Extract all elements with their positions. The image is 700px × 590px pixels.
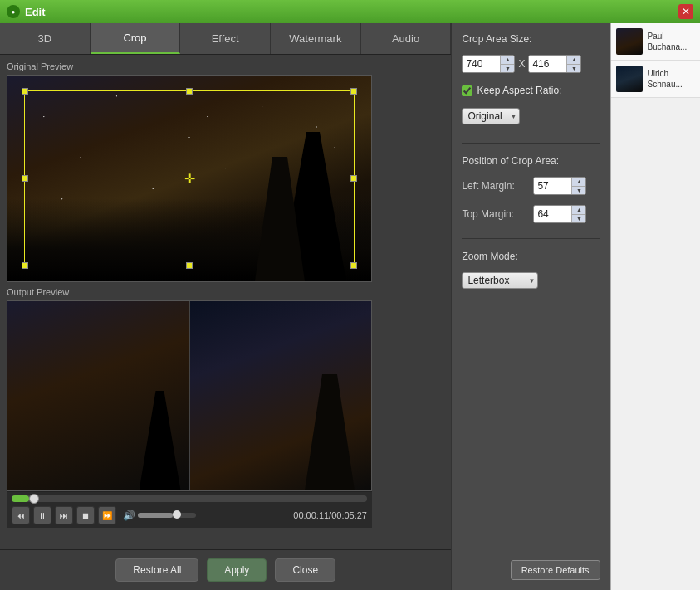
height-up-button[interactable]: ▲ <box>567 55 580 65</box>
preview-area: Original Preview ✛ <box>0 55 451 549</box>
tab-effect[interactable]: Effect <box>180 23 271 54</box>
contact-item-0[interactable]: Paul Buchana... <box>611 23 700 61</box>
width-spinbox[interactable]: ▲ ▼ <box>462 55 515 73</box>
volume-fill <box>138 513 173 518</box>
zoom-mode-label: Zoom Mode: <box>462 251 600 262</box>
progress-track[interactable] <box>12 495 367 502</box>
x-separator: X <box>518 58 525 70</box>
left-margin-input[interactable] <box>534 178 571 194</box>
restore-defaults-button[interactable]: Restore Defaults <box>511 560 600 580</box>
tab-bar: 3D Crop Effect Watermark Audio <box>0 23 451 55</box>
volume-track[interactable] <box>138 513 196 518</box>
left-margin-down-button[interactable]: ▼ <box>572 187 585 196</box>
height-input[interactable] <box>529 56 566 72</box>
divider-1 <box>462 143 600 144</box>
titlebar: ● Edit ✕ <box>0 0 700 23</box>
close-window-button[interactable]: ✕ <box>678 4 693 19</box>
left-panel: 3D Crop Effect Watermark Audio Original … <box>0 23 451 590</box>
top-margin-label: Top Margin: <box>462 208 528 220</box>
next-frame-button[interactable]: ⏩ <box>98 506 116 524</box>
tab-crop[interactable]: Crop <box>91 23 181 54</box>
crop-area-size-label: Crop Area Size: <box>462 33 600 45</box>
top-margin-row: Top Margin: ▲ ▼ <box>462 205 600 223</box>
pause-button[interactable]: ⏸ <box>33 506 51 524</box>
crop-handle-mr[interactable] <box>350 175 357 182</box>
left-margin-up-button[interactable]: ▲ <box>572 177 585 187</box>
crop-handle-bm[interactable] <box>186 262 193 269</box>
tab-3d[interactable]: 3D <box>0 23 91 54</box>
divider-2 <box>462 238 600 239</box>
left-margin-label: Left Margin: <box>462 180 528 192</box>
top-margin-spinbox[interactable]: ▲ ▼ <box>533 205 586 223</box>
stop-button[interactable]: ⏹ <box>76 506 95 524</box>
tab-watermark[interactable]: Watermark <box>271 23 361 54</box>
keep-aspect-label: Keep Aspect Ratio: <box>477 85 561 96</box>
crop-handle-tr[interactable] <box>350 88 357 95</box>
zoom-mode-dropdown-row: Letterbox Pan & Scan Full <box>462 272 600 289</box>
aspect-dropdown[interactable]: Original <box>462 108 520 124</box>
zoom-mode-dropdown[interactable]: Letterbox Pan & Scan Full <box>462 272 538 289</box>
skip-back-button[interactable]: ⏮ <box>12 506 30 524</box>
contact-item-1[interactable]: Ulrich Schnau... <box>611 61 700 98</box>
keep-aspect-row: Keep Aspect Ratio: <box>462 85 600 96</box>
output-preview <box>7 300 372 491</box>
contact-thumb-1 <box>616 66 643 92</box>
app-icon: ● <box>7 5 20 18</box>
width-down-button[interactable]: ▼ <box>501 65 514 74</box>
aspect-dropdown-wrapper: Original <box>462 108 520 124</box>
crop-handle-tl[interactable] <box>22 88 28 95</box>
crop-handle-bl[interactable] <box>22 262 28 269</box>
time-display: 00:00:11/00:05:27 <box>293 510 367 520</box>
window-title: Edit <box>25 6 678 18</box>
close-button[interactable]: Close <box>275 558 335 582</box>
crop-size-row: ▲ ▼ X ▲ ▼ <box>462 55 600 73</box>
original-preview: ✛ <box>7 75 372 282</box>
output-half-left <box>7 301 189 490</box>
output-half-right <box>189 301 372 490</box>
height-spinbox[interactable]: ▲ ▼ <box>528 55 581 73</box>
left-margin-row: Left Margin: ▲ ▼ <box>462 177 600 195</box>
crop-overlay[interactable]: ✛ <box>24 90 355 266</box>
position-label: Position of Crop Area: <box>462 155 600 167</box>
settings-panel: Crop Area Size: ▲ ▼ X ▲ ▼ Keep Aspect Ra… <box>451 23 609 590</box>
contact-thumb-0 <box>616 28 643 55</box>
bottom-buttons: Restore All Apply Close <box>0 549 451 590</box>
restore-all-button[interactable]: Restore All <box>115 558 198 582</box>
right-panel: Paul Buchana... Ulrich Schnau... <box>610 23 700 590</box>
keep-aspect-checkbox[interactable] <box>462 85 472 96</box>
crop-handle-ml[interactable] <box>22 175 28 182</box>
volume-thumb[interactable] <box>173 510 181 519</box>
aspect-dropdown-row: Original <box>462 108 600 124</box>
zoom-mode-dropdown-wrapper: Letterbox Pan & Scan Full <box>462 272 538 289</box>
progress-fill <box>12 495 29 502</box>
volume-section: 🔊 <box>123 510 196 521</box>
contact-name-1: Ulrich Schnau... <box>648 68 695 90</box>
volume-icon: 🔊 <box>123 510 135 521</box>
playback-bar: ⏮ ⏸ ⏭ ⏹ ⏩ 🔊 00:00:11/00:05:27 <box>7 491 372 528</box>
crop-handle-tm[interactable] <box>186 88 193 95</box>
left-margin-spinbox[interactable]: ▲ ▼ <box>533 177 586 195</box>
output-preview-label: Output Preview <box>7 287 444 297</box>
progress-thumb[interactable] <box>29 494 39 504</box>
height-down-button[interactable]: ▼ <box>567 65 580 74</box>
apply-button[interactable]: Apply <box>207 558 267 582</box>
crop-handle-br[interactable] <box>350 262 357 269</box>
contact-name-0: Paul Buchana... <box>648 31 695 52</box>
top-margin-down-button[interactable]: ▼ <box>572 215 585 224</box>
top-margin-input[interactable] <box>534 206 571 222</box>
top-margin-up-button[interactable]: ▲ <box>572 205 585 215</box>
width-up-button[interactable]: ▲ <box>501 55 514 65</box>
skip-forward-button[interactable]: ⏭ <box>55 506 73 524</box>
width-input[interactable] <box>463 56 500 72</box>
tab-audio[interactable]: Audio <box>361 23 452 54</box>
crop-crosshair: ✛ <box>184 171 195 187</box>
original-preview-label: Original Preview <box>7 61 444 71</box>
